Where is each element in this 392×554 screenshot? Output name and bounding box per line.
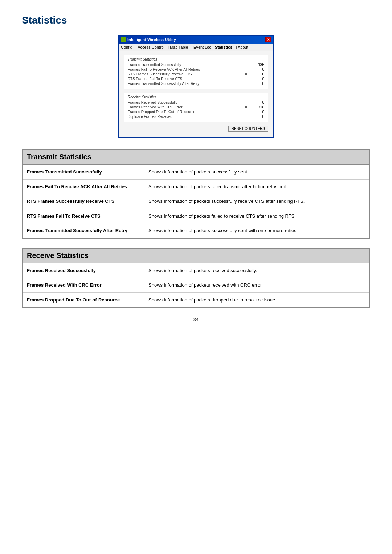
stat-label: RTS Frames Fail To Receive CTS [128, 77, 242, 81]
app-icon [121, 37, 126, 42]
app-window: Intelligent Wireless Utility ✕ Config | … [118, 35, 274, 138]
menu-tab-config[interactable]: Config [121, 45, 132, 49]
stat-row: Frames Fail To Receive ACK After All Ret… [128, 67, 264, 71]
table-row: RTS Frames Fail To Receive CTS Shows inf… [23, 209, 369, 223]
receive-desc-table: Frames Received Successfully Shows infor… [23, 263, 369, 308]
stat-row: Frames Transmitted Successfully After Re… [128, 82, 264, 86]
term-frames-fail-ack: Frames Fail To Receive ACK After All Ret… [23, 179, 144, 194]
stat-row: Frames Received Successfully = 0 [128, 100, 264, 104]
reset-counters-button[interactable]: RESET COUNTERS [228, 126, 268, 132]
stat-label: Frames Dropped Due To Out-of-Resource [128, 110, 242, 114]
stat-label: Frames Received Successfully [128, 100, 242, 104]
table-row: Frames Fail To Receive ACK After All Ret… [23, 179, 369, 194]
receive-section-header: Receive Statistics [23, 249, 369, 263]
desc-frames-transmitted: Shows information of packets successfull… [144, 165, 369, 179]
stat-row: Frames Received With CRC Error = 718 [128, 105, 264, 109]
transmit-section-header: Transmit Statistics [23, 150, 369, 165]
stat-label: Frames Transmitted Successfully After Re… [128, 82, 242, 86]
desc-rts-success-cts: Shows information of packets successfull… [144, 194, 369, 209]
menu-tab-event-log[interactable]: Event Log [193, 45, 212, 49]
term-frames-after-retry: Frames Transmitted Successfully After Re… [23, 223, 144, 238]
transmit-group-label: Transmit Statistics [128, 57, 264, 61]
stat-label: Frames Received With CRC Error [128, 105, 242, 109]
stat-row: RTS Frames Fail To Receive CTS = 0 [128, 77, 264, 81]
stat-row: Frames Transmitted Successfully = 185 [128, 63, 264, 67]
receive-stats-group: Receive Statistics Frames Received Succe… [124, 93, 268, 122]
receive-statistics-table: Receive Statistics Frames Received Succe… [22, 248, 370, 308]
term-frames-crc-error: Frames Received With CRC Error [23, 278, 144, 293]
window-titlebar: Intelligent Wireless Utility ✕ [119, 36, 273, 44]
desc-frames-after-retry: Shows information of packets successfull… [144, 223, 369, 238]
table-row: Frames Dropped Due To Out-of-Resource Sh… [23, 292, 369, 307]
menu-tab-mac-table[interactable]: Mac Table [170, 45, 188, 49]
desc-rts-fail-cts: Shows information of packets failed to r… [144, 209, 369, 223]
page-title: Statistics [22, 15, 370, 26]
stat-row: Frames Dropped Due To Out-of-Resource = … [128, 110, 264, 114]
stat-label: Duplicate Frames Received [128, 115, 242, 119]
stat-row: Duplicate Frames Received = 0 [128, 115, 264, 119]
transmit-statistics-table: Transmit Statistics Frames Transmitted S… [22, 149, 370, 239]
table-row: Frames Transmitted Successfully Shows in… [23, 165, 369, 179]
window-content: Transmit Statistics Frames Transmitted S… [119, 51, 273, 137]
transmit-stats-group: Transmit Statistics Frames Transmitted S… [124, 55, 268, 89]
menu-tab-about[interactable]: About [238, 45, 248, 49]
titlebar-left: Intelligent Wireless Utility [121, 37, 176, 42]
desc-frames-fail-ack: Shows information of packets failed tran… [144, 179, 369, 194]
stat-label: Frames Fail To Receive ACK After All Ret… [128, 67, 242, 71]
term-rts-success-cts: RTS Frames Successfully Receive CTS [23, 194, 144, 209]
menu-tab-access-control[interactable]: Access Control [138, 45, 164, 49]
table-row: Frames Received Successfully Shows infor… [23, 263, 369, 278]
term-rts-fail-cts: RTS Frames Fail To Receive CTS [23, 209, 144, 223]
table-row: Frames Transmitted Successfully After Re… [23, 223, 369, 238]
desc-frames-dropped: Shows information of packets dropped due… [144, 292, 369, 307]
term-frames-transmitted: Frames Transmitted Successfully [23, 165, 144, 179]
stat-label: RTS Frames Successfully Receive CTS [128, 72, 242, 76]
close-button[interactable]: ✕ [265, 37, 271, 42]
table-row: RTS Frames Successfully Receive CTS Show… [23, 194, 369, 209]
menu-bar: Config | Access Control | Mac Table | Ev… [119, 44, 273, 51]
stat-row: RTS Frames Successfully Receive CTS = 0 [128, 72, 264, 76]
desc-frames-received: Shows information of packets received su… [144, 263, 369, 278]
term-frames-received: Frames Received Successfully [23, 263, 144, 278]
desc-frames-crc-error: Shows information of packets received wi… [144, 278, 369, 293]
stat-label: Frames Transmitted Successfully [128, 63, 242, 67]
window-title: Intelligent Wireless Utility [127, 37, 176, 42]
transmit-desc-table: Frames Transmitted Successfully Shows in… [23, 165, 369, 238]
table-row: Frames Received With CRC Error Shows inf… [23, 278, 369, 293]
menu-tab-statistics[interactable]: Statistics [215, 45, 233, 49]
term-frames-dropped: Frames Dropped Due To Out-of-Resource [23, 292, 144, 307]
page-number: - 34 - [22, 317, 370, 322]
receive-group-label: Receive Statistics [128, 95, 264, 99]
